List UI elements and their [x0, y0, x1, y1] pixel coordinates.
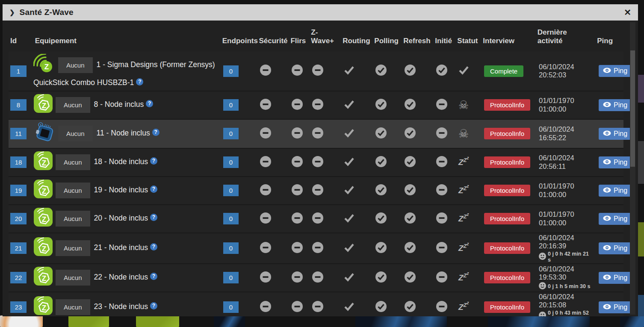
background-thumbnail-module: [488, 315, 590, 327]
activity-date: 06/10/2024: [539, 125, 591, 133]
ping-button[interactable]: Ping: [599, 242, 632, 254]
help-icon[interactable]: ?: [150, 186, 157, 193]
refresh-cell: [395, 271, 425, 284]
close-icon[interactable]: ✕: [624, 8, 631, 17]
interview-status-badge: ProtocolInfo: [484, 272, 530, 283]
help-icon[interactable]: ?: [150, 157, 157, 165]
polling-cell: [365, 65, 395, 77]
vertical-scrollbar[interactable]: [630, 22, 635, 315]
refresh-cell: [395, 156, 425, 169]
zwaveplus-cell: [307, 271, 334, 284]
check-circle-icon: [405, 212, 416, 225]
node-id-badge: 23: [10, 301, 27, 313]
endpoints-cell: 0: [222, 213, 259, 224]
zwaveplus-cell: [307, 242, 334, 255]
equipment-name: 21 - Node inclus: [94, 243, 148, 252]
minus-circle-icon: [312, 127, 323, 140]
ping-button-label: Ping: [614, 274, 627, 282]
initie-cell: [425, 212, 449, 225]
parent-object-badge: Aucun: [56, 154, 90, 170]
minus-circle-icon: [436, 99, 447, 112]
ping-button[interactable]: Ping: [599, 272, 632, 284]
initie-cell: [425, 271, 449, 284]
last-activity-cell: 06/10/202420:52:03: [530, 63, 591, 80]
check-icon: [344, 100, 354, 111]
zwave-tile-icon: Z: [33, 179, 53, 202]
interview-cell: ProtocolInfo: [473, 242, 530, 254]
activity-date: 06/10/2024: [539, 63, 591, 71]
table-row-node-18: 18ZAucun18 - Node inclus?0ZZzProtocolInf…: [9, 149, 623, 177]
ping-button[interactable]: Ping: [599, 99, 632, 111]
zwaveplus-cell: [307, 301, 334, 314]
flirs-cell: [287, 301, 307, 314]
help-icon[interactable]: ?: [150, 214, 157, 221]
scrollbar-thumb[interactable]: [630, 50, 635, 167]
polling-cell: [365, 242, 395, 255]
zwave-tile-icon: Z: [33, 151, 53, 174]
initie-cell: [425, 127, 449, 140]
routing-cell: [334, 272, 365, 283]
activity-duration-text: 0 j 1 h 5 min 30 s: [548, 283, 590, 289]
help-icon[interactable]: ?: [150, 273, 157, 280]
check-icon: [344, 128, 354, 139]
zzz-sleep-icon: ZZz: [458, 159, 469, 166]
parent-object-badge: Aucun: [58, 126, 93, 141]
ping-button[interactable]: Ping: [599, 65, 632, 77]
help-icon[interactable]: ?: [136, 78, 143, 85]
parent-object-badge: Aucun: [56, 183, 90, 198]
minus-circle-icon: [260, 271, 271, 284]
table-row-node-19: 19ZAucun19 - Node inclus?0ZZzProtocolInf…: [9, 177, 623, 205]
activity-date: 06/10/2024: [539, 293, 591, 301]
column-header-polling: Polling: [364, 37, 394, 45]
minus-circle-icon: [292, 271, 303, 284]
equipment-cell: Aucun11 - Node inclus?: [33, 120, 222, 147]
help-icon[interactable]: ?: [150, 243, 157, 250]
ping-button[interactable]: Ping: [599, 128, 632, 140]
background-thumbnail-zwave-logo: [136, 315, 179, 327]
minus-circle-icon: [436, 301, 447, 314]
check-circle-icon: [405, 242, 416, 255]
securite-cell: [259, 184, 287, 197]
statut-cell: ZZz: [449, 214, 473, 224]
id-cell: 21: [9, 242, 33, 254]
endpoints-cell: 0: [222, 99, 259, 111]
column-header-derni-re-activit: Dernière activité: [529, 28, 589, 46]
zwave-tile-icon: Z: [33, 296, 53, 316]
check-circle-icon: [405, 301, 416, 314]
ping-button[interactable]: Ping: [599, 301, 632, 313]
minus-circle-icon: [260, 99, 271, 112]
polling-cell: [365, 212, 395, 225]
id-cell: 23: [9, 301, 33, 313]
zwaveplus-cell: [307, 65, 334, 77]
activity-duration-text: 0 j 0 h 43 min 52 s: [548, 310, 591, 316]
check-circle-icon: [375, 301, 387, 314]
table-row-node-1: 1ZAucun1 - Sigma Designs (Former Zensys)…: [9, 52, 623, 91]
parent-object-badge: Aucun: [56, 211, 90, 227]
check-icon: [344, 272, 354, 283]
check-icon: [344, 243, 354, 254]
help-icon[interactable]: ?: [152, 129, 160, 136]
ping-button[interactable]: Ping: [599, 213, 632, 225]
ping-button[interactable]: Ping: [599, 156, 632, 168]
routing-cell: [334, 128, 365, 139]
activity-duration: 0 j 0 h 43 min 52 s: [539, 310, 591, 316]
polling-cell: [365, 184, 395, 197]
collapse-chevron-icon[interactable]: ❯: [9, 9, 15, 16]
eye-icon: [603, 303, 611, 311]
equipment-name: 20 - Node inclus: [94, 214, 148, 222]
background-thumbnail-module: [214, 315, 245, 327]
help-icon[interactable]: ?: [146, 100, 153, 107]
endpoints-badge: 0: [223, 156, 239, 168]
refresh-cell: [395, 212, 425, 225]
help-icon[interactable]: ?: [150, 302, 157, 309]
skull-icon: ☠: [458, 128, 469, 139]
minus-circle-icon: [436, 184, 447, 197]
skull-icon: ☠: [458, 99, 469, 111]
ping-button[interactable]: Ping: [599, 185, 632, 197]
id-cell: 18: [9, 156, 33, 168]
equipment-cell: ZAucun20 - Node inclus?: [33, 206, 222, 232]
check-circle-icon: [405, 184, 416, 197]
check-circle-icon: [375, 242, 387, 255]
ping-cell: Ping: [591, 65, 625, 77]
minus-circle-icon: [436, 127, 447, 140]
